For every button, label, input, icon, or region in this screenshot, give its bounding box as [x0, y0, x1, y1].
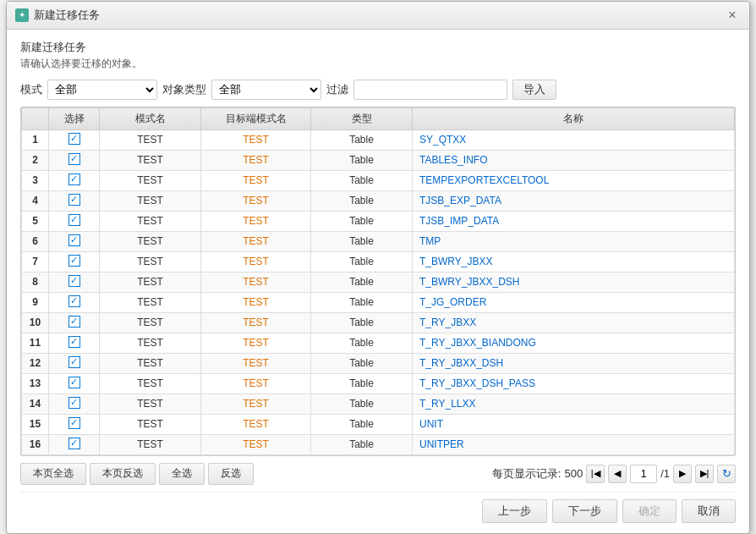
cell-checkbox[interactable] [49, 373, 100, 394]
cell-checkbox[interactable] [49, 150, 100, 170]
checkbox-icon[interactable] [68, 234, 80, 246]
checkbox-icon[interactable] [68, 356, 80, 368]
checkbox-icon[interactable] [68, 153, 80, 165]
table-row: 16 TEST TEST Table UNITPER [22, 434, 735, 454]
cell-name: T_RY_JBXX_DSH [413, 353, 735, 373]
cell-target: TEST [201, 292, 311, 312]
checkbox-icon[interactable] [68, 417, 80, 429]
page-last-button[interactable]: ▶| [695, 465, 714, 483]
page-title: 新建迁移任务 [20, 40, 736, 55]
type-select[interactable]: 全部 [211, 80, 321, 100]
cell-checkbox[interactable] [49, 129, 100, 150]
page-refresh-button[interactable]: ↻ [717, 465, 736, 483]
page-first-button[interactable]: |◀ [586, 465, 605, 483]
table-row: 13 TEST TEST Table T_RY_JBXX_DSH_PASS [22, 373, 735, 394]
mode-select[interactable]: 全部 [47, 80, 157, 100]
checkbox-icon[interactable] [68, 173, 80, 185]
cell-target: TEST [201, 170, 311, 190]
checkbox-icon[interactable] [68, 397, 80, 409]
cell-schema: TEST [100, 333, 201, 353]
cell-checkbox[interactable] [49, 190, 100, 211]
cell-num: 10 [22, 312, 49, 333]
cell-num: 9 [22, 292, 49, 312]
import-button[interactable]: 导入 [512, 80, 556, 100]
prev-step-button[interactable]: 上一步 [482, 499, 547, 523]
select-all-button[interactable]: 全选 [159, 463, 205, 485]
close-button[interactable]: × [724, 7, 741, 24]
cell-checkbox[interactable] [49, 353, 100, 373]
cell-target: TEST [201, 312, 311, 333]
cell-type: Table [311, 292, 413, 312]
checkbox-icon[interactable] [68, 377, 80, 388]
page-next-button[interactable]: ▶ [673, 465, 692, 483]
cell-name: T_BWRY_JBXX [413, 251, 735, 272]
cell-checkbox[interactable] [49, 272, 100, 292]
cell-checkbox[interactable] [49, 414, 100, 434]
cell-type: Table [311, 251, 413, 272]
col-header-select: 选择 [49, 107, 100, 129]
cell-checkbox[interactable] [49, 394, 100, 414]
cell-schema: TEST [100, 231, 201, 251]
cell-schema: TEST [100, 251, 201, 272]
cell-num: 14 [22, 394, 49, 414]
checkbox-icon[interactable] [68, 316, 80, 328]
table-row: 9 TEST TEST Table T_JG_ORDER [22, 292, 735, 312]
cell-num: 8 [22, 272, 49, 292]
checkbox-icon[interactable] [68, 336, 80, 348]
select-page-button[interactable]: 本页全选 [20, 463, 86, 485]
checkbox-icon[interactable] [68, 194, 80, 206]
cell-checkbox[interactable] [49, 333, 100, 353]
cell-name: T_RY_JBXX_BIANDONG [413, 333, 735, 353]
page-current-input[interactable] [630, 465, 657, 483]
checkbox-icon[interactable] [68, 438, 80, 449]
cell-name: UNIT [413, 414, 735, 434]
deselect-page-button[interactable]: 本页反选 [90, 463, 156, 485]
cell-checkbox[interactable] [49, 231, 100, 251]
cell-name: T_RY_JBXX_DSH_PASS [413, 373, 735, 394]
cell-checkbox[interactable] [49, 292, 100, 312]
cell-num: 4 [22, 190, 49, 211]
cell-schema: TEST [100, 373, 201, 394]
pagination: 每页显示记录: 500 |◀ ◀ /1 ▶ ▶| ↻ [492, 465, 736, 483]
table-row: 8 TEST TEST Table T_BWRY_JBXX_DSH [22, 272, 735, 292]
cell-type: Table [311, 190, 413, 211]
cell-name: T_JG_ORDER [413, 292, 735, 312]
cell-type: Table [311, 434, 413, 454]
table-row: 12 TEST TEST Table T_RY_JBXX_DSH [22, 353, 735, 373]
cell-num: 5 [22, 211, 49, 231]
cell-name: TABLES_INFO [413, 150, 735, 170]
cell-checkbox[interactable] [49, 170, 100, 190]
checkbox-icon[interactable] [68, 295, 80, 307]
col-header-name: 名称 [413, 107, 735, 129]
checkbox-icon[interactable] [68, 133, 80, 145]
page-subtitle: 请确认选择要迁移的对象。 [20, 57, 736, 71]
cell-num: 16 [22, 434, 49, 454]
cell-name: UNITPER [413, 434, 735, 454]
cell-name: TJSB_EXP_DATA [413, 190, 735, 211]
deselect-all-button[interactable]: 反选 [208, 463, 254, 485]
window-icon: ✦ [15, 8, 29, 22]
next-step-button[interactable]: 下一步 [552, 499, 617, 523]
page-prev-button[interactable]: ◀ [608, 465, 627, 483]
cell-checkbox[interactable] [49, 312, 100, 333]
confirm-button[interactable]: 确定 [622, 499, 677, 523]
table-row: 15 TEST TEST Table UNIT [22, 414, 735, 434]
cell-schema: TEST [100, 150, 201, 170]
checkbox-icon[interactable] [68, 275, 80, 287]
cell-schema: TEST [100, 292, 201, 312]
cell-checkbox[interactable] [49, 434, 100, 454]
cancel-button[interactable]: 取消 [682, 499, 736, 523]
page-total: /1 [660, 467, 670, 480]
checkbox-icon[interactable] [68, 214, 80, 226]
records-prefix: 每页显示记录: [492, 466, 562, 482]
cell-checkbox[interactable] [49, 251, 100, 272]
filter-input[interactable] [353, 80, 507, 100]
cell-num: 7 [22, 251, 49, 272]
cell-schema: TEST [100, 129, 201, 150]
cell-checkbox[interactable] [49, 211, 100, 231]
cell-num: 2 [22, 150, 49, 170]
cell-type: Table [311, 312, 413, 333]
checkbox-icon[interactable] [68, 255, 80, 267]
filter-label: 过滤 [326, 82, 348, 97]
cell-num: 6 [22, 231, 49, 251]
